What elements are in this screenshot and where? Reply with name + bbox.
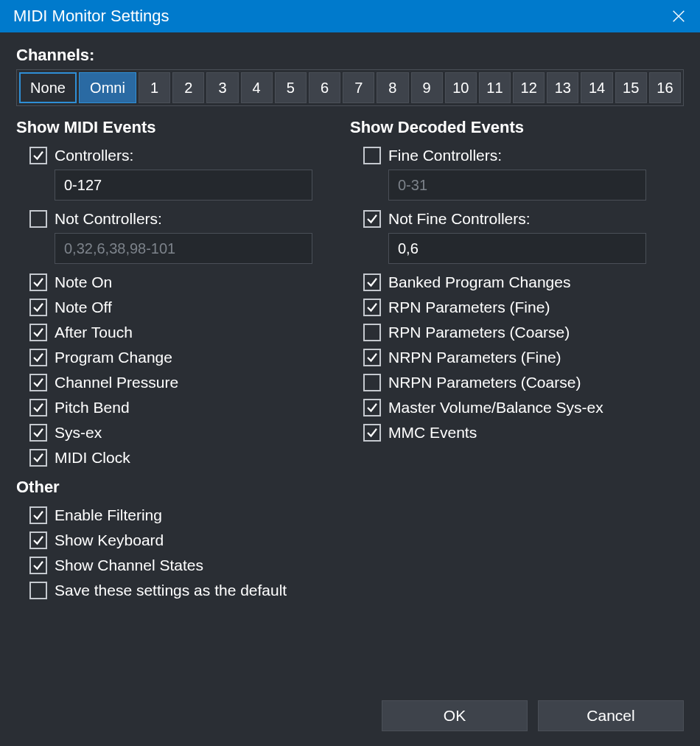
fine-controllers-label: Fine Controllers:	[388, 147, 502, 164]
nrpn-coarse-checkbox[interactable]	[363, 374, 381, 391]
other-heading: Other	[16, 478, 684, 497]
channel-15-button[interactable]: 15	[615, 72, 647, 103]
nrpn-coarse-label: NRPN Parameters (Coarse)	[388, 374, 581, 391]
midi-clock-label: MIDI Clock	[55, 449, 130, 467]
channel-10-button[interactable]: 10	[445, 72, 477, 103]
channel-omni-button[interactable]: Omni	[79, 72, 136, 103]
save-default-checkbox[interactable]	[29, 582, 47, 599]
channel-pressure-label: Channel Pressure	[55, 374, 178, 391]
other-section: Other Enable Filtering Show Keyboard Sho…	[16, 478, 684, 603]
after-touch-label: After Touch	[55, 324, 133, 341]
rpn-fine-label: RPN Parameters (Fine)	[388, 299, 550, 316]
note-off-label: Note Off	[55, 299, 112, 316]
after-touch-checkbox[interactable]	[29, 324, 47, 341]
titlebar: MIDI Monitor Settings	[0, 0, 700, 32]
midi-events-column: Show MIDI Events Controllers: Not Contro…	[16, 116, 350, 470]
channel-6-button[interactable]: 6	[309, 72, 340, 103]
dialog-title: MIDI Monitor Settings	[13, 7, 169, 26]
nrpn-fine-checkbox[interactable]	[363, 349, 381, 366]
rpn-fine-checkbox[interactable]	[363, 299, 381, 316]
controllers-checkbox[interactable]	[29, 147, 47, 164]
close-icon[interactable]	[668, 5, 690, 27]
controllers-input[interactable]	[55, 170, 312, 201]
channel-5-button[interactable]: 5	[275, 72, 307, 103]
channel-14-button[interactable]: 14	[581, 72, 612, 103]
not-controllers-label: Not Controllers:	[55, 210, 162, 228]
channel-4-button[interactable]: 4	[241, 72, 273, 103]
program-change-label: Program Change	[55, 349, 172, 366]
dialog-window: MIDI Monitor Settings Channels: None Omn…	[0, 0, 700, 746]
program-change-checkbox[interactable]	[29, 349, 47, 366]
mvb-sysex-label: Master Volume/Balance Sys-ex	[388, 399, 603, 416]
show-channel-states-label: Show Channel States	[55, 557, 203, 574]
pitch-bend-checkbox[interactable]	[29, 399, 47, 416]
save-default-label: Save these settings as the default	[55, 582, 287, 599]
channel-none-button[interactable]: None	[19, 72, 77, 103]
not-controllers-input[interactable]	[55, 233, 312, 264]
channels-label: Channels:	[16, 46, 684, 65]
dialog-footer: OK Cancel	[382, 700, 684, 731]
channel-12-button[interactable]: 12	[513, 72, 545, 103]
controllers-label: Controllers:	[55, 147, 133, 164]
channel-11-button[interactable]: 11	[479, 72, 511, 103]
enable-filtering-checkbox[interactable]	[29, 506, 47, 524]
midi-clock-checkbox[interactable]	[29, 449, 47, 467]
mmc-checkbox[interactable]	[363, 424, 381, 442]
cancel-button[interactable]: Cancel	[538, 700, 684, 731]
channels-bar: None Omni 1 2 3 4 5 6 7 8 9 10 11 12 13 …	[16, 69, 684, 106]
dialog-body: Channels: None Omni 1 2 3 4 5 6 7 8 9 10…	[0, 32, 700, 746]
channel-9-button[interactable]: 9	[411, 72, 443, 103]
sysex-checkbox[interactable]	[29, 424, 47, 442]
nrpn-fine-label: NRPN Parameters (Fine)	[388, 349, 561, 366]
channel-3-button[interactable]: 3	[206, 72, 238, 103]
channel-8-button[interactable]: 8	[377, 72, 408, 103]
decoded-events-column: Show Decoded Events Fine Controllers: No…	[350, 116, 684, 470]
mmc-label: MMC Events	[388, 424, 477, 442]
rpn-coarse-checkbox[interactable]	[363, 324, 381, 341]
note-off-checkbox[interactable]	[29, 299, 47, 316]
banked-pc-label: Banked Program Changes	[388, 273, 570, 291]
channel-16-button[interactable]: 16	[649, 72, 681, 103]
channel-2-button[interactable]: 2	[172, 72, 204, 103]
show-channel-states-checkbox[interactable]	[29, 557, 47, 574]
channel-7-button[interactable]: 7	[343, 72, 374, 103]
banked-pc-checkbox[interactable]	[363, 273, 381, 291]
show-keyboard-label: Show Keyboard	[55, 531, 164, 549]
not-fine-controllers-input[interactable]	[388, 233, 646, 264]
enable-filtering-label: Enable Filtering	[55, 506, 162, 524]
pitch-bend-label: Pitch Bend	[55, 399, 130, 416]
not-fine-controllers-label: Not Fine Controllers:	[388, 210, 531, 228]
rpn-coarse-label: RPN Parameters (Coarse)	[388, 324, 570, 341]
not-fine-controllers-checkbox[interactable]	[363, 210, 381, 228]
note-on-label: Note On	[55, 273, 112, 291]
not-controllers-checkbox[interactable]	[29, 210, 47, 228]
midi-events-heading: Show MIDI Events	[16, 118, 350, 137]
fine-controllers-input[interactable]	[388, 170, 646, 201]
sysex-label: Sys-ex	[55, 424, 102, 442]
channel-1-button[interactable]: 1	[139, 72, 170, 103]
mvb-sysex-checkbox[interactable]	[363, 399, 381, 416]
channel-13-button[interactable]: 13	[547, 72, 578, 103]
show-keyboard-checkbox[interactable]	[29, 531, 47, 549]
decoded-events-heading: Show Decoded Events	[350, 118, 684, 137]
note-on-checkbox[interactable]	[29, 273, 47, 291]
fine-controllers-checkbox[interactable]	[363, 147, 381, 164]
channel-pressure-checkbox[interactable]	[29, 374, 47, 391]
ok-button[interactable]: OK	[382, 700, 528, 731]
